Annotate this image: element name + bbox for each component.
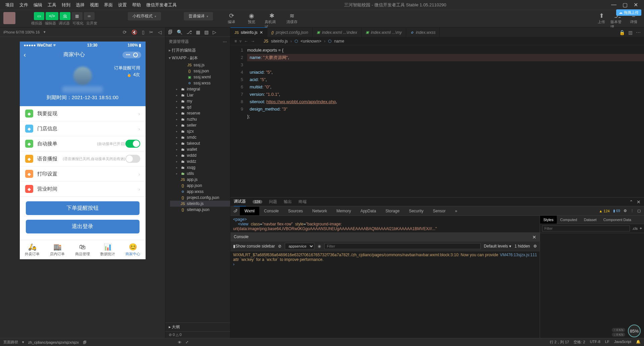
toggle-off[interactable]: [125, 155, 140, 163]
dbg-tab-problems[interactable]: 问题: [269, 199, 277, 205]
tree-folder[interactable]: 🖿sjzx: [170, 128, 230, 134]
section-project[interactable]: WXAPP - 副本: [165, 54, 230, 62]
dt-memory[interactable]: Memory: [332, 207, 356, 215]
eye-icon[interactable]: ◉: [318, 244, 321, 249]
dock-icon[interactable]: ▢: [637, 209, 641, 213]
menu-help[interactable]: 帮助: [129, 2, 144, 8]
clear-console-icon[interactable]: ⊘: [278, 244, 281, 249]
encoding[interactable]: UTF-8: [590, 340, 600, 345]
upload-badge[interactable]: ☁拖拽上传: [616, 9, 641, 16]
tree-folder[interactable]: 🖿utils: [170, 170, 230, 177]
mode-select[interactable]: 小程序模式: [128, 12, 161, 20]
mute-icon[interactable]: 🔇: [131, 29, 137, 35]
expand-icon[interactable]: ⤢: [185, 340, 189, 344]
tree-file[interactable]: JSsiteinfo.js: [170, 201, 230, 207]
more-tabs-icon[interactable]: ⋯: [636, 30, 641, 35]
device-select[interactable]: iPhone 6/7/8 100% 16: [3, 30, 40, 34]
tree-folder[interactable]: 🖿Liar: [170, 92, 230, 98]
user-avatar[interactable]: [3, 12, 15, 24]
menu-file[interactable]: 文件: [17, 2, 31, 8]
st-dataset[interactable]: Dataset: [581, 216, 600, 224]
list-item[interactable]: ◆门店信息›: [20, 121, 146, 136]
tree-folder[interactable]: 🖿seller: [170, 122, 230, 128]
eol[interactable]: LF: [605, 340, 609, 345]
outline-section[interactable]: ▸ 大纲: [165, 323, 230, 331]
cls-toggle[interactable]: .cls: [632, 226, 638, 230]
copy-path-icon[interactable]: 🗐: [83, 340, 87, 344]
more-icon[interactable]: ⋯: [223, 40, 227, 44]
info-count[interactable]: ▮ 69: [613, 209, 620, 213]
btn-compile[interactable]: ⟳编译: [224, 12, 238, 29]
tree-folder[interactable]: 🖿smdc: [170, 134, 230, 140]
tree-file[interactable]: JSsssj.js: [170, 62, 230, 68]
btn-remote-debug[interactable]: ✱真机调试: [265, 12, 279, 29]
tree-folder[interactable]: 🖿ruzhu: [170, 116, 230, 122]
warn-count[interactable]: ▲ 124: [599, 209, 609, 213]
run-icon[interactable]: ▷: [213, 29, 216, 35]
prompt-icon[interactable]: ≡: [234, 39, 237, 44]
dt-sensor[interactable]: Sensor: [428, 207, 450, 215]
st-computed[interactable]: Computed: [557, 216, 581, 224]
dt-storage[interactable]: Storage: [381, 207, 404, 215]
indent[interactable]: 空格: 2: [574, 340, 585, 345]
close-tab-icon[interactable]: ✕: [260, 30, 263, 35]
tree-file[interactable]: ⭘app.wxss: [170, 189, 230, 195]
tabbar-item[interactable]: 🏬店内订单: [45, 240, 70, 259]
levels-select[interactable]: Default levels ▾: [484, 244, 511, 249]
tree-folder[interactable]: 🖿wddd: [170, 152, 230, 158]
btn-debugger[interactable]: 虫: [60, 12, 70, 20]
dbg-tab-debugger[interactable]: 调试器: [234, 197, 246, 207]
coverage-badge[interactable]: 85%: [628, 325, 641, 337]
cut-icon[interactable]: ✂: [149, 29, 153, 35]
editor-tab[interactable]: {}project.config.json: [267, 27, 313, 37]
maximize-icon[interactable]: ▢: [623, 2, 628, 8]
tabbar-item[interactable]: 😊商家中心: [120, 240, 146, 259]
list-item[interactable]: ◆语音播报(语音播报已关闭,自动接单关闭后有效): [20, 151, 146, 166]
close-window-icon[interactable]: ✕: [634, 2, 638, 8]
btn-cloud[interactable]: ∞: [84, 12, 95, 20]
dt-network[interactable]: Network: [308, 207, 332, 215]
menu-tools[interactable]: 工具: [45, 2, 59, 8]
collapse-icon[interactable]: ⌃: [629, 199, 633, 205]
toggle-on[interactable]: [125, 140, 140, 148]
close-panel-icon[interactable]: ✕: [637, 199, 641, 205]
tree-folder[interactable]: 🖿xsqg: [170, 164, 230, 170]
search-icon[interactable]: 🔍: [177, 29, 182, 35]
git-icon[interactable]: ⎇: [186, 29, 192, 35]
context-select[interactable]: appservice: [285, 243, 314, 250]
btn-upload[interactable]: ⬆上传: [594, 12, 608, 29]
dt-sources[interactable]: Sources: [283, 207, 308, 215]
editor-tab[interactable]: ▣index.wxml ...\my: [362, 27, 406, 37]
btn-order-remind[interactable]: 下单提醒按钮: [26, 201, 140, 215]
code-editor[interactable]: 123456789 module.exports = { name: "大鹏资源…: [230, 45, 644, 197]
lock-icon[interactable]: 🔒: [619, 30, 625, 35]
wxml-dom-view[interactable]: <page> <view class="navbar flex-row" sty…: [230, 216, 540, 232]
menu-goto[interactable]: 转到: [59, 2, 73, 8]
st-compdata[interactable]: Component Data: [600, 216, 635, 224]
tabbar-item[interactable]: 🛵外卖订单: [20, 240, 45, 259]
dbg-tab-output[interactable]: 输出: [284, 199, 292, 205]
btn-simulator[interactable]: ▭: [34, 12, 44, 20]
files-icon[interactable]: 🗐: [168, 29, 173, 35]
console-gear-icon[interactable]: ⚙: [533, 244, 537, 249]
page-path[interactable]: zh_cjdianc/pages/sjzx/sjzx/sjzx: [28, 340, 79, 344]
tree-file[interactable]: {}sitemap.json: [170, 207, 230, 213]
tree-folder[interactable]: 🖿takeout: [170, 140, 230, 146]
tree-folder[interactable]: 🖿my: [170, 98, 230, 104]
editor-tab[interactable]: ▣index.wxml ...\index: [313, 27, 362, 37]
btn-editor[interactable]: </>: [46, 12, 58, 20]
nav-fwd[interactable]: →: [251, 39, 255, 44]
st-styles[interactable]: Styles: [540, 216, 557, 224]
list-item[interactable]: ◆打印设置›: [20, 166, 146, 182]
btn-preview[interactable]: ◉预览: [245, 12, 259, 29]
lang-mode[interactable]: JavaScript: [614, 340, 631, 345]
device-icon[interactable]: ▯: [142, 29, 145, 35]
dt-more[interactable]: »: [450, 207, 462, 215]
tree-file[interactable]: {}project.config.json: [170, 195, 230, 201]
list-item[interactable]: ◆自动接单(自动接单已开启): [20, 136, 146, 151]
bookmark-icon[interactable]: ▿: [239, 39, 241, 44]
gear-icon[interactable]: ⚙: [624, 209, 627, 213]
add-style-icon[interactable]: +: [640, 226, 642, 231]
tree-file[interactable]: ⭘sssj.wxss: [170, 80, 230, 86]
back-icon[interactable]: ◁: [158, 29, 162, 35]
